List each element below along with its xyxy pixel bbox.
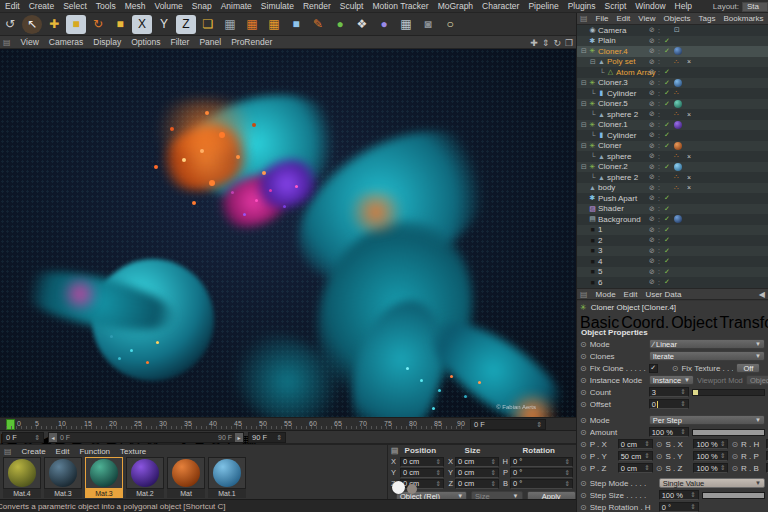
visibility-dots-icon[interactable]: ⁚ [658, 48, 660, 55]
panel-grip-icon[interactable]: ▤ [391, 446, 399, 455]
material-tag-icon[interactable] [674, 163, 682, 171]
object-row[interactable]: ■ 3 ⊘ ⁚ ✓ [577, 246, 768, 257]
object-label[interactable]: Cloner.3 [597, 78, 628, 87]
visibility-dots-icon[interactable]: ⁚ [658, 58, 660, 65]
object-row[interactable]: └ △ Atom Array ⊘ ⁚ ✓ [577, 67, 768, 78]
rotate-view-icon[interactable]: ↻ [553, 38, 561, 48]
viewport-mode-dropdown[interactable]: Object [746, 375, 768, 385]
object-row[interactable]: ⊟ ✳ Cloner.4 ⊘ ⁚ ✓ [577, 46, 768, 57]
frame-range-slider[interactable]: ◂ 0 F 90 F ▸ [48, 432, 244, 443]
toggle-panel-icon[interactable]: ❐ [565, 38, 573, 48]
instance-mode-dropdown[interactable]: Instance▼ [649, 375, 694, 385]
object-manager-menu-item[interactable]: View [638, 14, 655, 23]
object-label[interactable]: Cylinder [606, 89, 636, 98]
object-row[interactable]: ✱ Plain ⊘ ⁚ ✓ [577, 36, 768, 47]
expand-toggle-icon[interactable]: └ [589, 153, 597, 160]
material-menu-item[interactable]: Edit [56, 447, 70, 456]
keyframe-dot-icon[interactable]: ⊙ [580, 464, 587, 473]
object-row[interactable]: ⊟ ✳ Cloner.5 ⊘ ⁚ ✓ [577, 99, 768, 110]
tag-icon[interactable]: ⊡ [674, 26, 680, 34]
enabled-check-icon[interactable]: ✓ [664, 47, 670, 55]
enabled-check-icon[interactable]: ✓ [664, 37, 670, 45]
expand-toggle-icon[interactable]: └ [589, 174, 597, 181]
visibility-dots-icon[interactable]: ⁚ [658, 153, 660, 160]
object-row[interactable]: └ ▮ Cylinder ⊘ ⁚ ✓ [577, 130, 768, 141]
enable-toggle-icon[interactable]: ⊘ [649, 163, 655, 171]
viewport-menu-item[interactable]: Display [93, 37, 121, 47]
pan-view-icon[interactable]: ✚ [530, 38, 538, 48]
attribute-menu-item[interactable]: User Data [645, 290, 681, 299]
expand-toggle-icon[interactable]: ⊟ [580, 163, 588, 171]
rotate-tool-icon[interactable]: ↻ [88, 15, 108, 34]
material-tag-icon[interactable] [674, 47, 682, 55]
material-name[interactable]: Mat.4 [3, 489, 41, 498]
object-label[interactable]: Shader [597, 204, 624, 213]
phong-tag-icon[interactable]: × [687, 58, 691, 65]
tag-icon[interactable]: ∴ [674, 184, 678, 192]
object-label[interactable]: 3 [597, 246, 602, 255]
scale-tool-icon[interactable]: ■ [66, 15, 86, 34]
attribute-menu-item[interactable]: Edit [624, 290, 638, 299]
material-menu-item[interactable]: Texture [120, 447, 146, 456]
object-row[interactable]: └ ▲ sphere 2 ⊘ ⁚ ∴ × [577, 172, 768, 183]
keyframe-dot-icon[interactable]: ⊙ [580, 400, 587, 409]
step-mode-dropdown[interactable]: Single Value▼ [659, 478, 765, 488]
object-manager-menu-item[interactable]: Objects [663, 14, 690, 23]
menubar-item[interactable]: Select [63, 1, 87, 11]
tag-icon[interactable]: ∴ [674, 173, 678, 181]
axis-z-lock-icon[interactable]: Z [176, 15, 196, 34]
enable-toggle-icon[interactable]: ⊘ [649, 247, 655, 255]
enable-toggle-icon[interactable]: ⊘ [649, 184, 655, 192]
enable-toggle-icon[interactable]: ⊘ [649, 37, 655, 45]
material-menu-item[interactable]: Function [79, 447, 110, 456]
menubar-item[interactable]: Render [303, 1, 331, 11]
spinner-icon[interactable]: ⇕ [34, 434, 40, 442]
step-size-field[interactable]: 100 %⇕ [659, 490, 699, 500]
visibility-dots-icon[interactable]: ⁚ [658, 247, 660, 254]
keyframe-dot-icon[interactable]: ⊙ [580, 416, 587, 425]
render-queue-icon[interactable]: ▦ [264, 15, 284, 34]
spinner-icon[interactable]: ⇕ [678, 388, 685, 396]
menubar-item[interactable]: Simulate [261, 1, 294, 11]
enable-toggle-icon[interactable]: ⊘ [649, 79, 655, 87]
enable-toggle-icon[interactable]: ⊘ [649, 121, 655, 129]
visibility-dots-icon[interactable]: ⁚ [658, 163, 660, 170]
amount-field[interactable]: 100 %⇕ [649, 427, 689, 437]
menubar-item[interactable]: Edit [5, 1, 20, 11]
keyframe-dot-icon[interactable]: ⊙ [580, 503, 587, 512]
object-manager-menu-item[interactable]: Bookmarks [723, 14, 763, 23]
viewport-menu-item[interactable]: Panel [199, 37, 221, 47]
enable-toggle-icon[interactable]: ⊘ [649, 110, 655, 118]
position-field[interactable]: 0 cm⇕ [400, 457, 444, 467]
object-label[interactable]: Plain [597, 36, 616, 45]
enabled-check-icon[interactable]: ✓ [664, 247, 670, 255]
enabled-check-icon[interactable]: ✓ [664, 194, 670, 202]
object-label[interactable]: Cloner.4 [597, 47, 628, 56]
object-label[interactable]: Cloner.2 [597, 162, 628, 171]
menubar-item[interactable]: MoGraph [438, 1, 473, 11]
object-row[interactable]: ▤ Background ⊘ ⁚ ✓ [577, 214, 768, 225]
object-row[interactable]: ■ 4 ⊘ ⁚ ✓ [577, 256, 768, 267]
visibility-dots-icon[interactable]: ⁚ [658, 132, 660, 139]
object-row[interactable]: ⊟ ✳ Cloner.1 ⊘ ⁚ ✓ [577, 120, 768, 131]
enable-toggle-icon[interactable]: ⊘ [649, 194, 655, 202]
attribute-menu-item[interactable]: Mode [596, 290, 616, 299]
position-field[interactable]: 50 cm⇕ [618, 451, 653, 461]
object-row[interactable]: ⊟ ▲ Poly set ⊘ ⁚ ∴ × [577, 57, 768, 68]
subdivision-surface-icon[interactable]: ● [330, 15, 350, 34]
keyframe-dot-icon[interactable]: ⊙ [731, 464, 738, 473]
enabled-check-icon[interactable]: ✓ [664, 142, 670, 150]
object-label[interactable]: 1 [597, 225, 602, 234]
coord-system-icon[interactable]: ❏ [198, 15, 218, 34]
enabled-check-icon[interactable]: ✓ [664, 278, 670, 286]
material-name[interactable]: Mat.1 [208, 489, 246, 498]
object-label[interactable]: 6 [597, 278, 602, 287]
material-tag-icon[interactable] [674, 100, 682, 108]
count-slider[interactable] [692, 389, 765, 396]
visibility-dots-icon[interactable]: ⁚ [658, 237, 660, 244]
viewport-menu-item[interactable]: ProRender [231, 37, 272, 47]
layout-select[interactable]: Sta [742, 2, 768, 12]
light-icon[interactable]: ○ [440, 15, 460, 34]
undo-icon[interactable]: ↺ [0, 15, 20, 34]
enable-toggle-icon[interactable]: ⊘ [649, 89, 655, 97]
